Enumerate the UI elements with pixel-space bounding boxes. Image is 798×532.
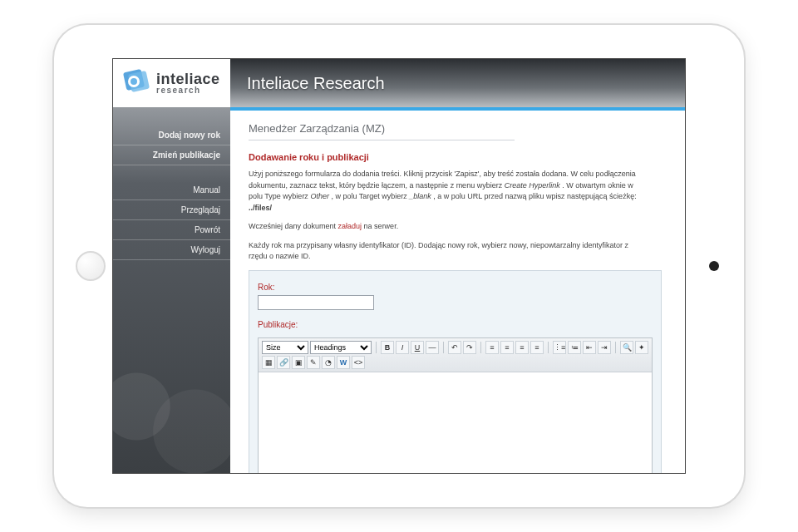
form-area: Rok: Publikacje: Size Headings <box>249 270 662 474</box>
year-input[interactable] <box>258 295 374 310</box>
list-ul-button[interactable]: ≔ <box>568 341 581 354</box>
align-center-button[interactable]: ≡ <box>500 341 514 354</box>
outdent-button[interactable]: ⇤ <box>583 341 596 354</box>
separator-icon <box>480 342 481 353</box>
logo[interactable]: inteliace research <box>113 59 230 107</box>
separator-icon <box>548 342 549 353</box>
tablet-frame: inteliace research Dodaj nowy rok Zmień … <box>54 25 744 507</box>
bold-button[interactable]: B <box>381 341 394 354</box>
editor-toolbar: Size Headings B I U — <box>259 338 652 372</box>
app-screen: inteliace research Dodaj nowy rok Zmień … <box>112 58 686 474</box>
indent-button[interactable]: ⇥ <box>598 341 611 354</box>
content: Menedżer Zarządzania (MZ) Dodawanie roku… <box>230 111 685 473</box>
divider <box>249 140 515 140</box>
color-button[interactable]: ◔ <box>322 356 335 369</box>
instructions-1: Użyj poniższego formularza do dodania tr… <box>249 169 639 214</box>
logo-text: inteliace research <box>156 71 220 95</box>
label-year: Rok: <box>258 283 653 292</box>
word-button[interactable]: W <box>337 356 350 369</box>
sidebar-nav: Dodaj nowy rok Zmień publikacje Manual P… <box>113 126 230 260</box>
nav-back[interactable]: Powrót <box>113 220 230 240</box>
camera-dot <box>709 261 719 271</box>
instructions-2: Wcześniej dany dokument załaduj na serwe… <box>249 221 639 233</box>
table-button[interactable]: ▦ <box>262 356 275 369</box>
separator-icon <box>443 342 444 353</box>
image-button[interactable]: ▣ <box>292 356 305 369</box>
source-button[interactable]: <> <box>352 356 365 369</box>
headings-select[interactable]: Headings <box>310 341 372 354</box>
find-button[interactable]: 🔍 <box>620 341 633 354</box>
page-title: Inteliace Research <box>247 74 385 93</box>
subheading: Dodawanie roku i publikacji <box>249 152 662 162</box>
nav-group-secondary: Manual Przeglądaj Powrót Wyloguj <box>113 180 230 260</box>
upload-link[interactable]: załaduj <box>338 222 362 230</box>
nav-group-primary: Dodaj nowy rok Zmień publikacje <box>113 126 230 165</box>
nav-manual[interactable]: Manual <box>113 180 230 200</box>
label-publications: Publikacje: <box>258 320 653 329</box>
align-right-button[interactable]: ≡ <box>515 341 529 354</box>
logo-mark-icon <box>125 71 150 96</box>
brand-sub: research <box>156 86 220 95</box>
home-button[interactable] <box>76 251 106 281</box>
titlebar: Inteliace Research <box>230 59 685 107</box>
align-justify-button[interactable]: ≡ <box>530 341 544 354</box>
main: Inteliace Research Menedżer Zarządzania … <box>230 59 685 473</box>
separator-icon <box>376 342 377 353</box>
brand-name: inteliace <box>156 71 220 86</box>
italic-button[interactable]: I <box>396 341 409 354</box>
nav-change-pubs[interactable]: Zmień publikacje <box>113 145 230 165</box>
edit-button[interactable]: ✎ <box>307 356 320 369</box>
editor-body[interactable] <box>259 372 652 474</box>
section-title: Menedżer Zarządzania (MZ) <box>249 122 662 135</box>
instructions-3: Każdy rok ma przypisany własny identyfik… <box>249 240 639 263</box>
underline-button[interactable]: U <box>411 341 424 354</box>
separator-icon <box>615 342 616 353</box>
rich-editor: Size Headings B I U — <box>258 337 653 474</box>
special-button[interactable]: ✦ <box>635 341 648 354</box>
strike-button[interactable]: — <box>426 341 439 354</box>
link-button[interactable]: 🔗 <box>277 356 290 369</box>
font-size-select[interactable]: Size <box>262 341 308 354</box>
sidebar: inteliace research Dodaj nowy rok Zmień … <box>113 59 230 473</box>
nav-browse[interactable]: Przeglądaj <box>113 200 230 220</box>
align-left-button[interactable]: ≡ <box>485 341 499 354</box>
nav-logout[interactable]: Wyloguj <box>113 240 230 260</box>
redo-button[interactable]: ↷ <box>463 341 476 354</box>
list-ol-button[interactable]: ⋮≡ <box>553 341 566 354</box>
nav-add-year[interactable]: Dodaj nowy rok <box>113 126 230 145</box>
undo-button[interactable]: ↶ <box>448 341 461 354</box>
